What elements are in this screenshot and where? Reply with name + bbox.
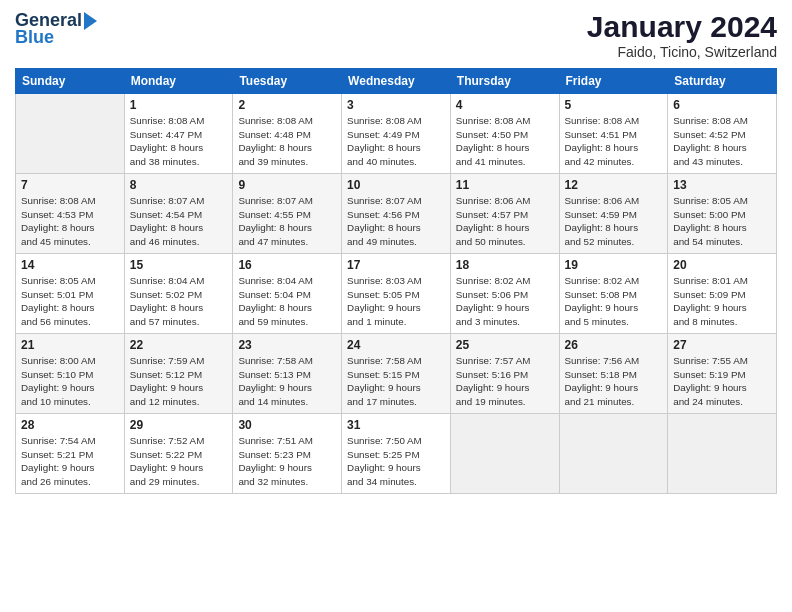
page-container: General Blue January 2024 Faido, Ticino,… (0, 0, 792, 612)
calendar-day-9: 9Sunrise: 8:07 AMSunset: 4:55 PMDaylight… (233, 174, 342, 254)
day-info: Sunrise: 8:06 AMSunset: 4:59 PMDaylight:… (565, 194, 663, 249)
day-info: Sunrise: 7:58 AMSunset: 5:13 PMDaylight:… (238, 354, 336, 409)
day-number: 27 (673, 338, 771, 352)
calendar-header-friday: Friday (559, 69, 668, 94)
day-info: Sunrise: 7:57 AMSunset: 5:16 PMDaylight:… (456, 354, 554, 409)
location: Faido, Ticino, Switzerland (587, 44, 777, 60)
day-info: Sunrise: 8:08 AMSunset: 4:51 PMDaylight:… (565, 114, 663, 169)
day-info: Sunrise: 8:00 AMSunset: 5:10 PMDaylight:… (21, 354, 119, 409)
logo: General Blue (15, 10, 97, 48)
calendar-day-6: 6Sunrise: 8:08 AMSunset: 4:52 PMDaylight… (668, 94, 777, 174)
day-number: 2 (238, 98, 336, 112)
day-number: 12 (565, 178, 663, 192)
day-number: 21 (21, 338, 119, 352)
day-number: 9 (238, 178, 336, 192)
calendar-day-10: 10Sunrise: 8:07 AMSunset: 4:56 PMDayligh… (342, 174, 451, 254)
header: General Blue January 2024 Faido, Ticino,… (15, 10, 777, 60)
day-number: 22 (130, 338, 228, 352)
day-number: 28 (21, 418, 119, 432)
calendar-day-16: 16Sunrise: 8:04 AMSunset: 5:04 PMDayligh… (233, 254, 342, 334)
calendar-header-sunday: Sunday (16, 69, 125, 94)
calendar-day-31: 31Sunrise: 7:50 AMSunset: 5:25 PMDayligh… (342, 414, 451, 494)
day-number: 6 (673, 98, 771, 112)
day-info: Sunrise: 8:08 AMSunset: 4:48 PMDaylight:… (238, 114, 336, 169)
calendar-empty-cell (559, 414, 668, 494)
day-number: 5 (565, 98, 663, 112)
day-number: 13 (673, 178, 771, 192)
calendar-day-8: 8Sunrise: 8:07 AMSunset: 4:54 PMDaylight… (124, 174, 233, 254)
calendar-day-13: 13Sunrise: 8:05 AMSunset: 5:00 PMDayligh… (668, 174, 777, 254)
day-info: Sunrise: 7:52 AMSunset: 5:22 PMDaylight:… (130, 434, 228, 489)
calendar-day-30: 30Sunrise: 7:51 AMSunset: 5:23 PMDayligh… (233, 414, 342, 494)
calendar-day-27: 27Sunrise: 7:55 AMSunset: 5:19 PMDayligh… (668, 334, 777, 414)
day-number: 4 (456, 98, 554, 112)
day-info: Sunrise: 7:59 AMSunset: 5:12 PMDaylight:… (130, 354, 228, 409)
calendar-day-20: 20Sunrise: 8:01 AMSunset: 5:09 PMDayligh… (668, 254, 777, 334)
day-number: 20 (673, 258, 771, 272)
calendar-week-row: 28Sunrise: 7:54 AMSunset: 5:21 PMDayligh… (16, 414, 777, 494)
calendar-day-22: 22Sunrise: 7:59 AMSunset: 5:12 PMDayligh… (124, 334, 233, 414)
day-info: Sunrise: 8:04 AMSunset: 5:04 PMDaylight:… (238, 274, 336, 329)
day-info: Sunrise: 8:08 AMSunset: 4:49 PMDaylight:… (347, 114, 445, 169)
day-number: 30 (238, 418, 336, 432)
calendar-header-tuesday: Tuesday (233, 69, 342, 94)
calendar-week-row: 21Sunrise: 8:00 AMSunset: 5:10 PMDayligh… (16, 334, 777, 414)
calendar-day-26: 26Sunrise: 7:56 AMSunset: 5:18 PMDayligh… (559, 334, 668, 414)
calendar-day-18: 18Sunrise: 8:02 AMSunset: 5:06 PMDayligh… (450, 254, 559, 334)
day-number: 16 (238, 258, 336, 272)
day-number: 18 (456, 258, 554, 272)
calendar-empty-cell (16, 94, 125, 174)
day-info: Sunrise: 8:05 AMSunset: 5:00 PMDaylight:… (673, 194, 771, 249)
day-info: Sunrise: 8:05 AMSunset: 5:01 PMDaylight:… (21, 274, 119, 329)
day-info: Sunrise: 8:08 AMSunset: 4:52 PMDaylight:… (673, 114, 771, 169)
month-title: January 2024 (587, 10, 777, 44)
day-info: Sunrise: 7:50 AMSunset: 5:25 PMDaylight:… (347, 434, 445, 489)
calendar-day-19: 19Sunrise: 8:02 AMSunset: 5:08 PMDayligh… (559, 254, 668, 334)
calendar-day-1: 1Sunrise: 8:08 AMSunset: 4:47 PMDaylight… (124, 94, 233, 174)
day-info: Sunrise: 7:51 AMSunset: 5:23 PMDaylight:… (238, 434, 336, 489)
calendar-day-12: 12Sunrise: 8:06 AMSunset: 4:59 PMDayligh… (559, 174, 668, 254)
day-number: 8 (130, 178, 228, 192)
calendar-day-29: 29Sunrise: 7:52 AMSunset: 5:22 PMDayligh… (124, 414, 233, 494)
calendar-week-row: 1Sunrise: 8:08 AMSunset: 4:47 PMDaylight… (16, 94, 777, 174)
day-number: 7 (21, 178, 119, 192)
day-number: 19 (565, 258, 663, 272)
calendar-day-2: 2Sunrise: 8:08 AMSunset: 4:48 PMDaylight… (233, 94, 342, 174)
day-number: 14 (21, 258, 119, 272)
calendar-header-saturday: Saturday (668, 69, 777, 94)
day-info: Sunrise: 8:07 AMSunset: 4:56 PMDaylight:… (347, 194, 445, 249)
calendar-day-3: 3Sunrise: 8:08 AMSunset: 4:49 PMDaylight… (342, 94, 451, 174)
calendar-day-15: 15Sunrise: 8:04 AMSunset: 5:02 PMDayligh… (124, 254, 233, 334)
day-number: 29 (130, 418, 228, 432)
calendar-day-25: 25Sunrise: 7:57 AMSunset: 5:16 PMDayligh… (450, 334, 559, 414)
day-number: 26 (565, 338, 663, 352)
day-info: Sunrise: 8:02 AMSunset: 5:08 PMDaylight:… (565, 274, 663, 329)
day-info: Sunrise: 8:01 AMSunset: 5:09 PMDaylight:… (673, 274, 771, 329)
calendar-table: SundayMondayTuesdayWednesdayThursdayFrid… (15, 68, 777, 494)
day-info: Sunrise: 8:08 AMSunset: 4:47 PMDaylight:… (130, 114, 228, 169)
day-number: 24 (347, 338, 445, 352)
day-info: Sunrise: 8:02 AMSunset: 5:06 PMDaylight:… (456, 274, 554, 329)
day-info: Sunrise: 7:58 AMSunset: 5:15 PMDaylight:… (347, 354, 445, 409)
day-info: Sunrise: 7:54 AMSunset: 5:21 PMDaylight:… (21, 434, 119, 489)
day-number: 1 (130, 98, 228, 112)
calendar-day-7: 7Sunrise: 8:08 AMSunset: 4:53 PMDaylight… (16, 174, 125, 254)
calendar-day-28: 28Sunrise: 7:54 AMSunset: 5:21 PMDayligh… (16, 414, 125, 494)
calendar-day-23: 23Sunrise: 7:58 AMSunset: 5:13 PMDayligh… (233, 334, 342, 414)
calendar-day-11: 11Sunrise: 8:06 AMSunset: 4:57 PMDayligh… (450, 174, 559, 254)
day-info: Sunrise: 7:55 AMSunset: 5:19 PMDaylight:… (673, 354, 771, 409)
calendar-day-17: 17Sunrise: 8:03 AMSunset: 5:05 PMDayligh… (342, 254, 451, 334)
calendar-day-24: 24Sunrise: 7:58 AMSunset: 5:15 PMDayligh… (342, 334, 451, 414)
calendar-empty-cell (450, 414, 559, 494)
day-info: Sunrise: 8:06 AMSunset: 4:57 PMDaylight:… (456, 194, 554, 249)
day-info: Sunrise: 8:07 AMSunset: 4:54 PMDaylight:… (130, 194, 228, 249)
calendar-header-monday: Monday (124, 69, 233, 94)
day-number: 25 (456, 338, 554, 352)
day-number: 23 (238, 338, 336, 352)
day-number: 17 (347, 258, 445, 272)
calendar-day-5: 5Sunrise: 8:08 AMSunset: 4:51 PMDaylight… (559, 94, 668, 174)
title-section: January 2024 Faido, Ticino, Switzerland (587, 10, 777, 60)
logo-blue-text: Blue (15, 27, 54, 48)
day-info: Sunrise: 7:56 AMSunset: 5:18 PMDaylight:… (565, 354, 663, 409)
day-number: 10 (347, 178, 445, 192)
